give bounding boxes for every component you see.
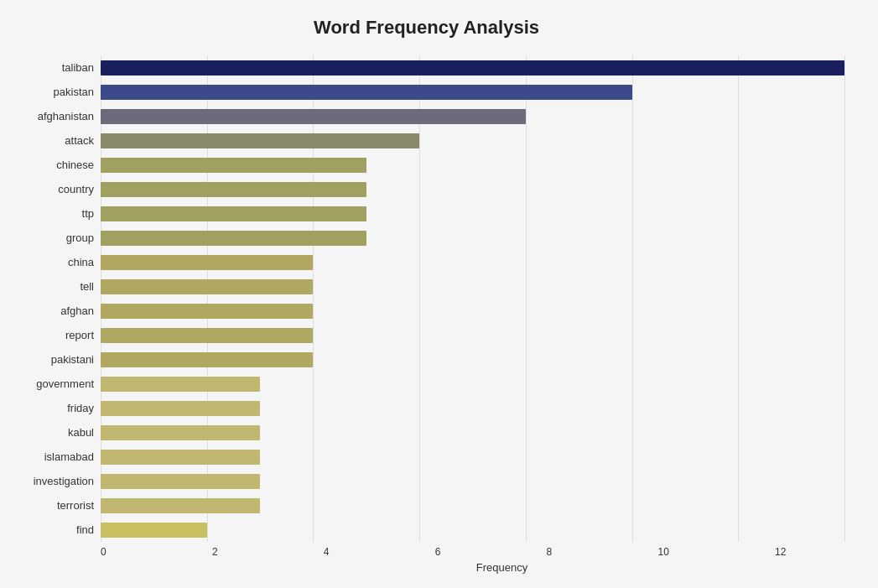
grid-line [844,55,845,542]
bar [101,401,260,416]
bars-grid [101,55,844,542]
x-tick-label: 6 [435,546,441,558]
bar [101,304,313,319]
bar-row [101,521,844,539]
y-label: islamabad [44,451,94,462]
y-label: friday [67,403,94,414]
bar-row [101,424,844,442]
y-axis-labels: talibanpakistanafghanistanattackchinesec… [8,55,101,542]
y-label: afghanistan [38,111,94,122]
x-tick-label: 12 [775,546,786,558]
x-tick-label: 8 [547,546,553,558]
y-label: china [68,257,94,268]
y-label: attack [65,135,94,146]
bar-row [101,156,844,174]
bar-row [101,351,844,369]
bar [101,109,526,124]
bar-row [101,278,844,296]
y-label: tell [80,281,94,292]
bar-row [101,205,844,223]
bar [101,133,419,148]
y-label: investigation [34,476,94,487]
bar-row [101,326,844,345]
bar-row [101,83,844,101]
y-label: taliban [62,62,94,73]
y-label: country [58,184,94,195]
bar-row [101,399,844,418]
bar-row [101,448,844,466]
bar [101,85,632,100]
x-tick-label: 4 [324,546,330,558]
bar-row [101,107,844,126]
bar-row [101,497,844,515]
bar [101,377,260,392]
bar [101,231,366,246]
bar-row [101,375,844,393]
bar-row [101,132,844,150]
bar [101,279,313,294]
y-label: kabul [68,427,94,438]
bar [101,450,260,465]
bar [101,328,313,343]
bar [101,158,366,173]
bar-row [101,180,844,199]
bar [101,425,260,440]
x-axis-title: Frequency [101,561,878,574]
bar [101,255,313,270]
y-label: report [65,330,94,341]
bar [101,523,207,538]
y-label: pakistani [51,354,94,365]
y-label: government [36,378,94,389]
chart-area: talibanpakistanafghanistanattackchinesec… [8,55,844,542]
bar-row [101,59,844,77]
x-axis-area: 02468101214 Frequency [101,546,878,574]
bar [101,498,260,513]
x-tick-label: 2 [212,546,218,558]
y-label: chinese [56,159,94,170]
bar-row [101,302,844,320]
y-label: group [66,232,94,243]
chart-container: Word Frequency Analysis talibanpakistana… [0,0,878,588]
bar-row [101,253,844,272]
bar [101,474,260,489]
x-axis-labels: 02468101214 [101,546,878,558]
bar [101,352,313,367]
y-label: terrorist [57,500,94,511]
x-tick-label: 0 [101,546,107,558]
bar [101,206,366,221]
y-label: pakistan [54,86,94,97]
bar [101,60,844,75]
chart-title: Word Frequency Analysis [8,17,844,39]
bar-row [101,472,844,491]
bar [101,182,366,197]
y-label: find [76,524,94,535]
y-label: afghan [60,305,94,316]
bar-row [101,229,844,247]
y-label: ttp [82,208,94,219]
x-tick-label: 10 [657,546,668,558]
